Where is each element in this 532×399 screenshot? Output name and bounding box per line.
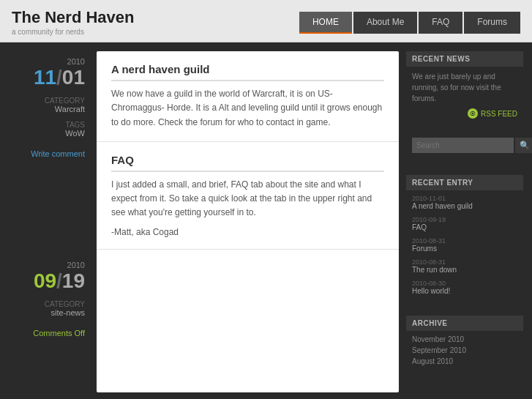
site-title: The Nerd Haven: [12, 9, 135, 26]
recent-entry-date-1: 2010-09-19: [412, 216, 517, 223]
post-category-value-0: Warcraft: [13, 105, 85, 113]
recent-entry-date-3: 2010-08-31: [412, 258, 517, 266]
left-sidebar: 201011/01CATEGORYWarcraftTAGSWoWWrite co…: [9, 51, 89, 392]
recent-entry-item-1: 2010-09-19FAQ: [412, 216, 517, 231]
post-date-block-0: 201011/01CATEGORYWarcraftTAGSWoWWrite co…: [9, 51, 89, 164]
search-section: 🔍: [406, 133, 523, 165]
recent-entry-title-0[interactable]: A nerd haven guild: [412, 202, 517, 210]
post-entry-0: A nerd haven guildWe now have a guild in…: [97, 51, 399, 142]
right-sidebar: RECENT NEWS We are just barely up and ru…: [406, 51, 523, 392]
rss-label: RSS FEED: [481, 110, 517, 118]
archive-section: ARCHIVE November 2010September 2010Augus…: [406, 316, 523, 373]
post-day-0: 11: [34, 66, 56, 89]
nav-item-home[interactable]: HOME: [299, 12, 352, 34]
recent-entry-title-4[interactable]: Hello world!: [412, 287, 517, 295]
recent-news-title: RECENT NEWS: [406, 51, 523, 67]
post-signature-1: -Matt, aka Cogad: [111, 227, 384, 237]
recent-entry-item-2: 2010-08-31Forums: [412, 237, 517, 253]
main-wrapper: 201011/01CATEGORYWarcraftTAGSWoWWrite co…: [0, 42, 532, 399]
archive-title: ARCHIVE: [406, 316, 523, 331]
site-branding: The Nerd Haven a community for nerds: [12, 9, 135, 36]
archive-item-0[interactable]: November 2010: [412, 335, 517, 343]
post-year-0: 2010: [13, 57, 85, 66]
post-slash-0: /: [56, 66, 62, 89]
recent-entry-title-3[interactable]: The run down: [412, 266, 517, 274]
center-content: A nerd haven guildWe now have a guild in…: [97, 51, 399, 392]
main-nav: HOMEAbout MeFAQForums: [299, 12, 520, 34]
recent-news-section: RECENT NEWS We are just barely up and ru…: [406, 51, 523, 123]
header: The Nerd Haven a community for nerds HOM…: [0, 0, 532, 42]
post-day-1: 09: [34, 269, 56, 292]
nav-item-faq[interactable]: FAQ: [419, 12, 462, 34]
archive-item-2[interactable]: August 2010: [412, 357, 517, 365]
recent-news-text: We are just barely up and running, so fo…: [412, 71, 517, 104]
post-category-label-1: CATEGORY: [13, 300, 85, 308]
recent-entry-section: RECENT ENTRY 2010-11-01A nerd haven guil…: [406, 175, 523, 305]
recent-news-body: We are just barely up and running, so fo…: [406, 67, 523, 123]
post-tags-value-0: WoW: [13, 129, 85, 138]
post-slash-1: /: [56, 269, 62, 292]
post-month-0: 01: [62, 66, 85, 89]
recent-entries-list: 2010-11-01A nerd haven guild2010-09-19FA…: [406, 190, 523, 305]
search-row: 🔍: [412, 138, 517, 153]
rss-icon: ⦿: [468, 108, 478, 119]
post-category-label-0: CATEGORY: [13, 97, 85, 105]
post-day-month-1: 09/19: [13, 269, 85, 293]
post-title-1: FAQ: [111, 154, 384, 172]
site-subtitle: a community for nerds: [12, 28, 135, 36]
post-day-month-0: 11/01: [13, 66, 85, 89]
recent-entry-item-0: 2010-11-01A nerd haven guild: [412, 195, 517, 210]
post-entry-1: FAQI just added a small, and brief, FAQ …: [97, 142, 399, 250]
recent-entry-item-3: 2010-08-31The run down: [412, 258, 517, 274]
post-date-block-1: 201009/19CATEGORYsite-newsComments Off: [9, 255, 89, 343]
search-button[interactable]: 🔍: [515, 138, 532, 153]
recent-entry-title: RECENT ENTRY: [406, 175, 523, 190]
recent-entry-title-2[interactable]: Forums: [412, 245, 517, 253]
nav-item-forums[interactable]: Forums: [464, 12, 520, 34]
nav-item-about-me[interactable]: About Me: [353, 12, 417, 34]
post-body-0: We now have a guild in the world of Warc…: [111, 87, 384, 130]
post-action-1[interactable]: Comments Off: [13, 329, 85, 338]
recent-entry-date-2: 2010-08-31: [412, 237, 517, 245]
archive-list: November 2010September 2010August 2010: [406, 331, 523, 373]
rss-link[interactable]: ⦿ RSS FEED: [412, 108, 517, 119]
archive-item-1[interactable]: September 2010: [412, 346, 517, 354]
post-tags-label-0: TAGS: [13, 121, 85, 129]
post-title-0: A nerd haven guild: [111, 63, 384, 81]
post-category-value-1: site-news: [13, 308, 85, 317]
recent-entry-title-1[interactable]: FAQ: [412, 223, 517, 231]
post-year-1: 2010: [13, 261, 85, 269]
post-body-1: I just added a small, and brief, FAQ tab…: [111, 178, 384, 220]
recent-entry-date-0: 2010-11-01: [412, 195, 517, 202]
search-body: 🔍: [406, 133, 523, 165]
recent-entry-date-4: 2010-08-30: [412, 280, 517, 287]
post-month-1: 19: [62, 269, 85, 292]
recent-entry-item-4: 2010-08-30Hello world!: [412, 280, 517, 295]
search-input[interactable]: [412, 138, 514, 153]
post-action-0[interactable]: Write comment: [13, 149, 85, 158]
